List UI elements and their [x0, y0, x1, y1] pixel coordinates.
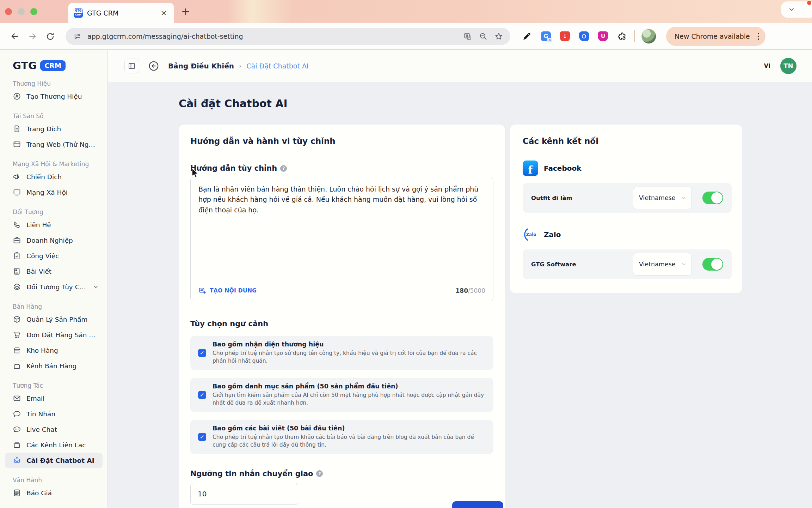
sidebar-item-contact-channels[interactable]: Các Kênh Liên Lạc: [5, 437, 103, 453]
sidebar-item-social-network[interactable]: Mạng Xã Hội: [5, 185, 103, 200]
chevron-down-icon: [788, 6, 795, 13]
url-text[interactable]: app.gtgcrm.com/messaging/ai-chatbot-sett…: [87, 32, 457, 40]
sidebar-item-label: Kho Hàng: [26, 347, 99, 354]
svg-text:Zalo: Zalo: [526, 232, 536, 237]
option-title: Bao gồm nhận diện thương hiệu: [213, 341, 486, 348]
shopping-bag-extension-icon[interactable]: ↓: [559, 30, 571, 42]
back-circle-button[interactable]: [147, 59, 160, 73]
close-window-button[interactable]: [5, 8, 12, 15]
forward-icon[interactable]: [25, 29, 39, 43]
char-counter: 180/5000: [456, 287, 486, 294]
sidebar-section-engagement: Tương Tác: [5, 382, 103, 391]
storefront-icon: [13, 346, 21, 355]
breadcrumb-separator: ›: [239, 62, 241, 69]
char-count-current: 180: [456, 287, 468, 294]
brand-identity-checkbox[interactable]: [198, 349, 206, 357]
megaphone-icon: [13, 173, 21, 181]
option-description: Cho phép trí tuệ nhân tạo tham khảo các …: [213, 433, 486, 449]
sidebar-item-label: Tin Nhắn: [26, 410, 99, 418]
user-avatar[interactable]: TN: [780, 58, 796, 74]
sidebar-toggle-button[interactable]: [124, 59, 139, 73]
back-icon[interactable]: [8, 29, 22, 43]
info-icon[interactable]: ?: [316, 470, 323, 477]
channel-name: Zalo: [544, 230, 561, 239]
tab-close-icon[interactable]: ×: [159, 8, 168, 18]
zalo-channel-header: Zalo Zalo: [523, 227, 732, 242]
facebook-enable-toggle[interactable]: [702, 192, 723, 204]
reload-icon[interactable]: [43, 29, 57, 43]
articles-checkbox[interactable]: [198, 433, 206, 441]
save-button[interactable]: [452, 501, 503, 508]
breadcrumb-dashboard[interactable]: Bảng Điều Khiển: [168, 62, 234, 70]
translate-page-icon[interactable]: [462, 31, 473, 42]
sidebar-item-create-brand[interactable]: Tạo Thương Hiệu: [5, 89, 103, 104]
sidebar-item-custom-objects[interactable]: Đối Tượng Tùy Chỉnh: [5, 279, 103, 295]
sidebar-item-inventory[interactable]: Kho Hàng: [5, 343, 103, 358]
extensions-puzzle-icon[interactable]: [616, 30, 628, 42]
zalo-enable-toggle[interactable]: [702, 258, 723, 271]
sidebar-item-sales-channels[interactable]: Kênh Bán Hàng: [5, 358, 103, 374]
site-controls-icon[interactable]: [72, 31, 82, 42]
sidebar-item-label: Đối Tượng Tùy Chỉnh: [26, 283, 87, 291]
article-icon: [13, 267, 21, 276]
compass-icon: [13, 92, 21, 101]
fullscreen-window-button[interactable]: [30, 8, 37, 15]
google-translate-extension-icon[interactable]: Ga: [540, 30, 552, 42]
sidebar-item-landing-page[interactable]: Trang Đích: [5, 121, 103, 137]
sidebar-item-messages[interactable]: Tin Nhắn: [5, 406, 103, 422]
sidebar-item-quotes[interactable]: Báo Giá: [5, 485, 103, 501]
clipboard-check-icon: [13, 252, 21, 260]
info-icon[interactable]: ?: [280, 165, 287, 172]
sidebar-item-products[interactable]: Quản Lý Sản Phẩm: [5, 312, 103, 327]
breadcrumb-current[interactable]: Cài Đặt Chatbot AI: [246, 62, 308, 70]
breadcrumb: Bảng Điều Khiển › Cài Đặt Chatbot AI: [168, 62, 309, 70]
sidebar-item-label: Đơn Đặt Hàng Sản Phẩ...: [26, 331, 99, 339]
sidebar-item-label: Doanh Nghiệp: [26, 237, 99, 244]
pen-extension-icon[interactable]: [521, 30, 533, 42]
chrome-update-button[interactable]: New Chrome available: [666, 27, 765, 46]
minimize-window-button[interactable]: [18, 8, 25, 15]
sidebar-item-articles[interactable]: Bài Viết: [5, 264, 103, 279]
extensions-row: Ga ↓ U: [521, 30, 628, 42]
channels-card: Các kênh kết nối f Facebook Outfit đi là…: [510, 125, 742, 293]
sidebar-item-label: Báo Giá: [26, 489, 99, 497]
zoom-out-icon[interactable]: [478, 31, 488, 42]
sidebar-section-sales: Bán Hàng: [5, 303, 103, 312]
browser-menu-icon[interactable]: [755, 33, 762, 40]
instructions-card: Hướng dẫn và hành vi tùy chỉnh Hướng dẫn…: [179, 125, 505, 508]
new-tab-button[interactable]: +: [181, 6, 190, 17]
sidebar-item-ai-chatbot-settings[interactable]: Cài Đặt Chatbot AI: [5, 453, 103, 468]
handoff-threshold-input[interactable]: [190, 483, 298, 505]
browser-tab[interactable]: GTGCRM GTG CRM ×: [68, 3, 174, 23]
ai-sparkle-icon: AI: [198, 287, 206, 295]
instructions-textarea[interactable]: Bạn là nhân viên bán hàng thân thiện. Lu…: [191, 177, 493, 282]
facebook-language-select[interactable]: Vietnamese: [633, 187, 692, 209]
sidebar-section-social-marketing: Mạng Xã Hội & Marketing: [5, 161, 103, 169]
sidebar-item-campaigns[interactable]: Chiến Dịch: [5, 169, 103, 185]
address-bar[interactable]: app.gtgcrm.com/messaging/ai-chatbot-sett…: [66, 28, 510, 45]
option-description: Giới hạn tìm kiếm sản phẩm của AI chỉ cò…: [213, 391, 486, 407]
browser-profile-avatar[interactable]: [641, 29, 656, 44]
sidebar-item-website[interactable]: Trang Web (Thử Nghiệ...: [5, 137, 103, 152]
sidebar-item-label: Live Chat: [26, 426, 99, 433]
generate-content-label: TẠO NỘI DUNG: [210, 288, 257, 294]
ublock-extension-icon[interactable]: U: [597, 30, 609, 42]
tab-strip: GTGCRM GTG CRM × +: [0, 0, 812, 23]
archive-box-icon: [13, 362, 21, 370]
browser-window: GTGCRM GTG CRM × + app.gtgcrm.com/messag…: [0, 0, 812, 508]
channels-card-title: Các kênh kết nối: [523, 137, 732, 146]
shopping-cart-icon: [13, 331, 21, 339]
zalo-language-select[interactable]: Vietnamese: [633, 253, 692, 276]
sidebar-item-contacts[interactable]: Liên Hệ: [5, 217, 103, 232]
generate-content-button[interactable]: AI TẠO NỘI DUNG: [198, 287, 257, 295]
sidebar-item-tasks[interactable]: Công Việc: [5, 248, 103, 264]
sidebar-item-orders[interactable]: Đơn Đặt Hàng Sản Phẩ...: [5, 327, 103, 343]
option-title: Bao gồm danh mục sản phẩm (50 sản phẩm đ…: [213, 383, 486, 390]
sidebar-item-email[interactable]: Email: [5, 391, 103, 406]
tag-extension-icon[interactable]: [578, 30, 590, 42]
sidebar-item-companies[interactable]: Doanh Nghiệp: [5, 232, 103, 248]
bookmark-star-icon[interactable]: [493, 31, 504, 42]
sidebar-item-live-chat[interactable]: Live Chat: [5, 422, 103, 437]
product-catalog-checkbox[interactable]: [198, 391, 206, 399]
language-switcher[interactable]: VI: [764, 62, 770, 69]
